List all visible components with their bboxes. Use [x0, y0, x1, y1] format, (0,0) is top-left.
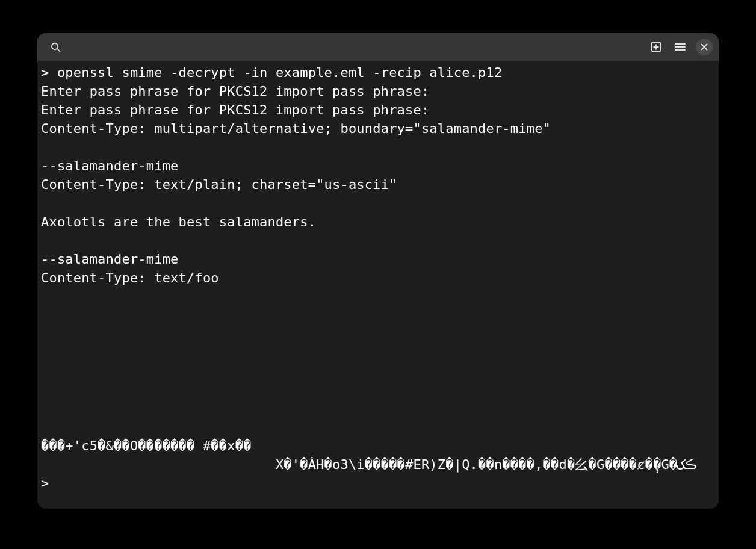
svg-line-1 [57, 49, 60, 51]
menu-icon [675, 43, 686, 51]
menu-button[interactable] [672, 39, 689, 55]
new-tab-button[interactable] [648, 39, 665, 55]
search-icon [51, 42, 61, 52]
titlebar-right [648, 39, 713, 55]
terminal-output[interactable]: > openssl smime -decrypt -in example.eml… [37, 61, 719, 509]
titlebar-left [43, 39, 64, 55]
close-button[interactable] [696, 39, 713, 55]
terminal-window: > openssl smime -decrypt -in example.eml… [37, 33, 719, 509]
new-tab-icon [651, 42, 662, 52]
titlebar [37, 33, 719, 61]
close-icon [701, 43, 708, 51]
search-button[interactable] [47, 39, 64, 55]
